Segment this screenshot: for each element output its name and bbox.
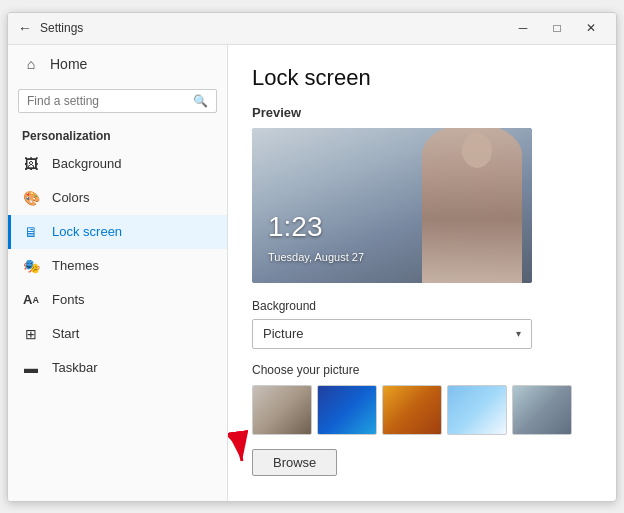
picture-thumb-2[interactable] [317,385,377,435]
fonts-icon: AA [22,291,40,309]
picture-thumb-4[interactable] [447,385,507,435]
window-controls: ─ □ ✕ [508,18,606,38]
background-dropdown[interactable]: Picture ▾ [252,319,532,349]
browse-button[interactable]: Browse [252,449,337,476]
background-field-label: Background [252,299,592,313]
sidebar-item-background[interactable]: 🖼 Background [8,147,227,181]
fonts-label: Fonts [52,292,85,307]
sidebar-item-start[interactable]: ⊞ Start [8,317,227,351]
taskbar-label: Taskbar [52,360,98,375]
page-title: Lock screen [252,65,592,91]
search-icon: 🔍 [193,94,208,108]
red-arrow-annotation [228,419,257,474]
taskbar-icon: ▬ [22,359,40,377]
settings-window: ← Settings ─ □ ✕ ⌂ Home 🔍 Personalizatio… [7,12,617,502]
arrow-annotation-container: Browse [252,445,592,476]
minimize-button[interactable]: ─ [508,18,538,38]
colors-icon: 🎨 [22,189,40,207]
window-title: Settings [40,21,508,35]
main-content: Lock screen Preview 1:23 Tuesday, August… [228,45,616,501]
maximize-button[interactable]: □ [542,18,572,38]
titlebar: ← Settings ─ □ ✕ [8,13,616,45]
sidebar-item-taskbar[interactable]: ▬ Taskbar [8,351,227,385]
picture-thumb-5[interactable] [512,385,572,435]
picture-thumb-1[interactable] [252,385,312,435]
lockscreen-label: Lock screen [52,224,122,239]
picture-thumb-3[interactable] [382,385,442,435]
sidebar: ⌂ Home 🔍 Personalization 🖼 Background 🎨 … [8,45,228,501]
preview-time: 1:23 [268,211,323,243]
home-label: Home [50,56,87,72]
background-dropdown-value: Picture [263,326,303,341]
choose-picture-label: Choose your picture [252,363,592,377]
close-button[interactable]: ✕ [576,18,606,38]
themes-icon: 🎭 [22,257,40,275]
home-icon: ⌂ [22,55,40,73]
sidebar-item-colors[interactable]: 🎨 Colors [8,181,227,215]
personalization-section-label: Personalization [8,119,227,147]
picture-thumbnails-row [252,385,592,435]
background-icon: 🖼 [22,155,40,173]
back-button[interactable]: ← [18,20,32,36]
lockscreen-icon: 🖥 [22,223,40,241]
sidebar-item-themes[interactable]: 🎭 Themes [8,249,227,283]
background-label: Background [52,156,121,171]
chevron-down-icon: ▾ [516,328,521,339]
sidebar-item-fonts[interactable]: AA Fonts [8,283,227,317]
start-label: Start [52,326,79,341]
themes-label: Themes [52,258,99,273]
content-area: ⌂ Home 🔍 Personalization 🖼 Background 🎨 … [8,45,616,501]
search-box[interactable]: 🔍 [18,89,217,113]
home-nav-item[interactable]: ⌂ Home [8,45,227,83]
preview-head [462,133,492,168]
lock-screen-preview: 1:23 Tuesday, August 27 [252,128,532,283]
search-input[interactable] [27,94,193,108]
preview-section-label: Preview [252,105,592,120]
sidebar-item-lockscreen[interactable]: 🖥 Lock screen [8,215,227,249]
preview-date: Tuesday, August 27 [268,251,364,263]
colors-label: Colors [52,190,90,205]
start-icon: ⊞ [22,325,40,343]
